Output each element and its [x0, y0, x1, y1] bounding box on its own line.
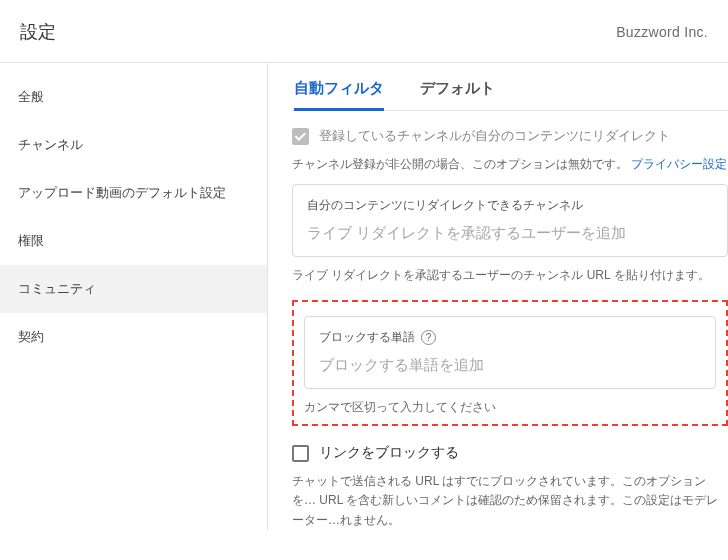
- highlight-block-words: ブロックする単語 ? カンマで区切って入力してください: [292, 300, 728, 426]
- sidebar-item-label: アップロード動画のデフォルト設定: [18, 184, 226, 202]
- checkbox-redirect-label: 登録しているチャンネルが自分のコンテンツにリダイレクト: [319, 127, 670, 145]
- sidebar-item-label: 権限: [18, 232, 44, 250]
- brand-label: Buzzword Inc.: [616, 24, 708, 40]
- privacy-settings-link[interactable]: プライバシー設定: [631, 157, 727, 171]
- sidebar-item-community[interactable]: コミュニティ: [0, 265, 267, 313]
- block-words-input[interactable]: [319, 356, 701, 373]
- tab-auto-filter[interactable]: 自動フィルタ: [294, 79, 384, 111]
- note-text: チャンネル登録が非公開の場合、このオプションは無効です。: [292, 157, 628, 171]
- checkbox-block-links-label: リンクをブロックする: [319, 444, 459, 462]
- checkbox-redirect: [292, 128, 309, 145]
- block-words-field[interactable]: ブロックする単語 ?: [304, 316, 716, 389]
- redirect-channels-input[interactable]: [307, 224, 713, 241]
- redirect-channels-field[interactable]: 自分のコンテンツにリダイレクトできるチャンネル: [292, 184, 728, 257]
- sidebar-item-agreements[interactable]: 契約: [0, 313, 267, 361]
- sidebar-item-label: チャンネル: [18, 136, 83, 154]
- help-icon[interactable]: ?: [421, 330, 436, 345]
- sidebar-item-upload-defaults[interactable]: アップロード動画のデフォルト設定: [0, 169, 267, 217]
- sidebar-item-label: 契約: [18, 328, 44, 346]
- check-icon: [294, 130, 305, 141]
- settings-main: 自動フィルタ デフォルト 登録しているチャンネルが自分のコンテンツにリダイレクト…: [268, 63, 728, 530]
- sidebar-item-label: コミュニティ: [18, 280, 96, 298]
- tab-default[interactable]: デフォルト: [420, 79, 495, 111]
- sidebar-item-permissions[interactable]: 権限: [0, 217, 267, 265]
- sidebar-item-label: 全般: [18, 88, 44, 106]
- sidebar-item-channel[interactable]: チャンネル: [0, 121, 267, 169]
- redirect-note: チャンネル登録が非公開の場合、このオプションは無効です。 プライバシー設定: [292, 155, 728, 174]
- sidebar-item-general[interactable]: 全般: [0, 73, 267, 121]
- block-links-desc: チャットで送信される URL はすでにブロックされています。このオプションを… …: [292, 472, 728, 530]
- field-label: 自分のコンテンツにリダイレクトできるチャンネル: [307, 197, 713, 214]
- checkbox-block-links[interactable]: [292, 445, 309, 462]
- block-words-help: カンマで区切って入力してください: [304, 399, 716, 416]
- page-title: 設定: [20, 20, 56, 44]
- tabs: 自動フィルタ デフォルト: [292, 79, 728, 111]
- settings-sidebar: 全般 チャンネル アップロード動画のデフォルト設定 権限 コミュニティ 契約: [0, 63, 268, 530]
- redirect-help: ライブ リダイレクトを承認するユーザーのチャンネル URL を貼り付けます。: [292, 267, 728, 284]
- field-label-text: ブロックする単語: [319, 329, 415, 346]
- field-label: ブロックする単語 ?: [319, 329, 701, 346]
